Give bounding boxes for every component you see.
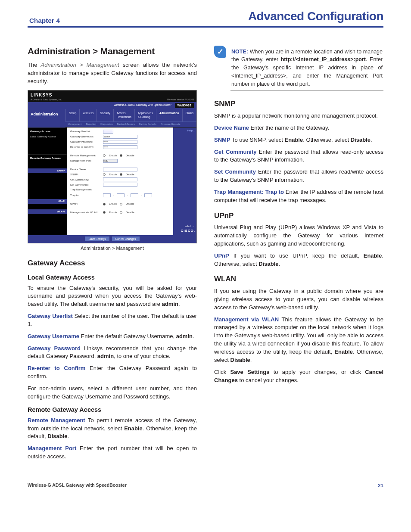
- footer-product: Wireless-G ADSL Gateway with SpeedBooste…: [28, 482, 127, 489]
- cancel-changes-button[interactable]: Cancel Changes: [112, 236, 140, 241]
- password-input[interactable]: ••••••: [103, 140, 137, 144]
- save-settings-button[interactable]: Save Settings: [85, 236, 109, 241]
- device-name-input[interactable]: [103, 168, 137, 171]
- username-input[interactable]: admin: [103, 135, 137, 139]
- tab-setup[interactable]: Setup: [65, 109, 79, 121]
- wlan-disable-radio[interactable]: [120, 211, 122, 214]
- router-screenshot-figure: LINKSYS A Division of Cisco Systems, Inc…: [28, 90, 197, 252]
- upnp-disable-radio[interactable]: [120, 203, 122, 205]
- chapter-label: Chapter 4: [28, 16, 60, 25]
- set-community-input[interactable]: [103, 183, 137, 187]
- remote-disable-radio[interactable]: [120, 154, 122, 157]
- heading-local-gateway: Local Gateway Access: [28, 273, 197, 282]
- section-heading-admin-mgmt: Administration > Management: [28, 45, 197, 58]
- note-box: ✓ NOTE: When you are in a remote locatio…: [214, 45, 383, 91]
- heading-gateway-access: Gateway Access: [28, 258, 197, 269]
- wlan-enable-radio[interactable]: [103, 211, 106, 214]
- cisco-logo: CISCO.: [181, 228, 195, 233]
- local-gateway-paragraph: To ensure the Gateway's security, you wi…: [28, 284, 197, 309]
- tab-access[interactable]: Access Restrictions: [113, 109, 134, 121]
- router-screenshot: LINKSYS A Division of Cisco Systems, Inc…: [28, 90, 197, 243]
- cisco-bars-icon: ıılıılıı: [185, 224, 194, 228]
- intro-paragraph: The Administration > Management screen a…: [28, 61, 197, 86]
- brand-logo: LINKSYS: [31, 92, 62, 99]
- page-number: 21: [378, 482, 383, 489]
- reenter-input[interactable]: ••••••: [103, 145, 137, 149]
- upnp-enable-radio[interactable]: [103, 203, 106, 205]
- userlist-select[interactable]: [103, 130, 113, 134]
- page-title: Advanced Configuration: [248, 8, 383, 25]
- heading-wlan: WLAN: [214, 274, 383, 285]
- tab-admin[interactable]: Administration: [156, 109, 182, 121]
- left-column: Administration > Management The Administ…: [28, 45, 197, 465]
- help-link[interactable]: Help...: [173, 128, 196, 134]
- tab-wireless[interactable]: Wireless: [79, 109, 97, 121]
- heading-remote-gateway: Remote Gateway Access: [28, 405, 197, 414]
- tab-status[interactable]: Status: [182, 109, 196, 121]
- heading-snmp: SNMP: [214, 99, 383, 109]
- snmp-enable-radio[interactable]: [103, 173, 106, 176]
- get-community-input[interactable]: [103, 177, 137, 181]
- mgmt-port-input[interactable]: 8080: [103, 159, 118, 163]
- page-header: Chapter 4 Advanced Configuration: [28, 8, 383, 28]
- remote-enable-radio[interactable]: [103, 154, 106, 157]
- snmp-disable-radio[interactable]: [120, 173, 122, 176]
- note-check-icon: ✓: [214, 46, 226, 58]
- page-footer: Wireless-G ADSL Gateway with SpeedBooste…: [28, 482, 383, 489]
- right-column: ✓ NOTE: When you are in a remote locatio…: [214, 45, 383, 465]
- nonadmin-paragraph: For non-admin users, select a different …: [28, 385, 197, 401]
- heading-upnp: UPnP: [214, 211, 383, 221]
- tab-security[interactable]: Security: [97, 109, 113, 121]
- figure-caption: Administration > Management: [28, 245, 197, 252]
- tab-apps[interactable]: Applications & Gaming: [134, 109, 156, 121]
